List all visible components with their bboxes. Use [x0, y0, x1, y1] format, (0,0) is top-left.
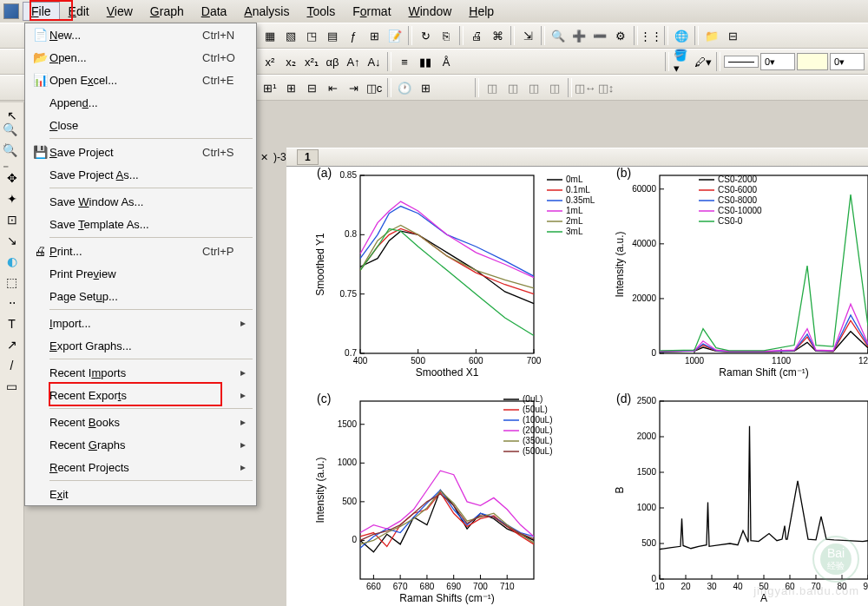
tb-excel-icon[interactable]: ▧ [281, 26, 300, 45]
menu-help[interactable]: Help [460, 2, 503, 21]
tb-group3-icon[interactable]: ◫ [524, 78, 543, 97]
tb-font-dec-icon[interactable]: A↓ [365, 52, 384, 71]
tb-supsub-icon[interactable]: x²₁ [302, 52, 321, 71]
tb-slider-icon[interactable]: ⋮⋮ [641, 26, 661, 45]
menu-analysis[interactable]: Analysis [235, 2, 298, 21]
dd-append[interactable]: Append... [25, 91, 256, 114]
tb-4panel-a-icon[interactable]: ⊞ [281, 78, 300, 97]
tb-func-icon[interactable]: ƒ [344, 26, 363, 45]
tb-addcol-icon[interactable]: ⊞¹ [260, 78, 279, 97]
tb-merge-right-icon[interactable]: ⇥ [344, 78, 363, 97]
lt-reader-icon[interactable]: ✦ [3, 189, 22, 208]
dd-save-project[interactable]: 💾Save ProjectCtrl+S [25, 141, 256, 163]
tb-merge-left-icon[interactable]: ⇤ [323, 78, 342, 97]
tb-notes-icon[interactable]: 📝 [385, 26, 404, 45]
lt-pan-icon[interactable]: ✥ [3, 168, 22, 188]
tb-script-icon[interactable]: ⌘ [488, 26, 507, 45]
dd-import[interactable]: Import...▸ [25, 312, 256, 334]
dd-save-project-as[interactable]: Save Project As... [25, 163, 256, 186]
dd-recent-imports[interactable]: Recent Imports▸ [25, 361, 256, 384]
menu-format[interactable]: Format [344, 2, 399, 21]
tb-matrix-icon[interactable]: ▤ [323, 26, 342, 45]
tb-rescale-icon[interactable]: ⇲ [518, 26, 537, 45]
lt-cursor-icon[interactable]: ↘ [3, 231, 22, 250]
menu-file[interactable]: File [23, 2, 60, 21]
tb-group1-icon[interactable]: ◫ [483, 78, 502, 97]
svg-text:Raman Shift (cm⁻¹): Raman Shift (cm⁻¹) [719, 366, 808, 379]
dd-save-template-as[interactable]: Save Template As... [25, 213, 256, 235]
tb-explorer-icon[interactable]: ⊟ [723, 26, 742, 45]
dd-page-setup[interactable]: Page Setup... [25, 285, 256, 307]
tb-fill-style[interactable] [797, 53, 828, 70]
tb-print-icon[interactable]: 🖨 [467, 26, 486, 45]
dd-recent-projects[interactable]: Recent Projects▸ [25, 456, 256, 478]
menu-bar: File Edit View Graph Data Analysis Tools… [0, 0, 868, 23]
tb-line-style[interactable] [724, 56, 759, 68]
tb-sup-icon[interactable]: x² [260, 52, 279, 71]
tb-extract-icon[interactable]: ◫c [365, 78, 384, 97]
lt-draw-icon[interactable]: ⋅⋅ [3, 293, 22, 313]
tb-greek-icon[interactable]: αβ [323, 52, 342, 71]
tb-add-icon[interactable]: ➕ [569, 26, 589, 45]
lt-mask-icon[interactable]: ◐ [3, 252, 22, 271]
graph-close-icon[interactable]: ✕ [260, 152, 268, 163]
menu-tools[interactable]: Tools [298, 2, 344, 21]
dd-new[interactable]: 📄New...Ctrl+N [25, 23, 256, 46]
lt-arrow-icon[interactable]: ↗ [3, 335, 22, 354]
svg-text:Intensity (a.u.): Intensity (a.u.) [614, 231, 626, 297]
tb-refresh-icon[interactable]: ↻ [416, 26, 435, 45]
tb-bucket-icon[interactable]: 🪣▾ [673, 52, 692, 71]
lt-rect-icon[interactable]: ▭ [3, 377, 22, 396]
dd-close[interactable]: Close [25, 114, 256, 136]
tb-sub-icon[interactable]: x₂ [281, 52, 300, 71]
menu-edit[interactable]: Edit [60, 2, 98, 21]
lt-data-icon[interactable]: ⊡ [3, 210, 22, 229]
lt-text-icon[interactable]: T [3, 314, 22, 333]
svg-text:1mL: 1mL [566, 206, 583, 215]
tb-folder-icon[interactable]: 📁 [702, 26, 721, 45]
menu-graph[interactable]: Graph [141, 2, 193, 21]
dd-open-excel[interactable]: 📊Open Excel...Ctrl+E [25, 69, 256, 91]
tb-globe-icon[interactable]: 🌐 [672, 26, 691, 45]
svg-rect-60 [360, 401, 534, 579]
dd-save-window-as[interactable]: Save Window As... [25, 190, 256, 213]
tb-fill-val[interactable]: 0 ▾ [830, 53, 865, 70]
menu-data[interactable]: Data [193, 2, 236, 21]
dd-open[interactable]: 📂Open...Ctrl+O [25, 46, 256, 69]
tb-code-icon[interactable]: ⚙ [611, 26, 630, 45]
tb-font-inc-icon[interactable]: A↑ [344, 52, 363, 71]
dd-export-graphs[interactable]: Export Graphs... [25, 334, 256, 357]
graph-tab-1[interactable]: 1 [297, 149, 319, 165]
svg-rect-96 [660, 401, 868, 579]
lt-line-icon[interactable]: / [3, 356, 22, 375]
dd-recent-books[interactable]: Recent Books▸ [25, 411, 256, 433]
tb-group4-icon[interactable]: ◫ [545, 78, 564, 97]
dd-print-preview[interactable]: Print Preview [25, 262, 256, 285]
tb-workbook-icon[interactable]: ▦ [260, 26, 279, 45]
tb-zoom-icon[interactable]: 🔍 [549, 26, 568, 45]
dd-print[interactable]: 🖨Print...Ctrl+P [25, 240, 256, 262]
tb-grid-icon[interactable]: ⊞ [416, 78, 435, 97]
lt-zoom-out-icon[interactable]: 🔍₋ [3, 148, 22, 167]
tb-group2-icon[interactable]: ◫ [503, 78, 523, 97]
tb-layout-icon[interactable]: ⊞ [365, 26, 384, 45]
tb-group6-icon[interactable]: ◫↕ [596, 78, 615, 97]
tb-graph-icon[interactable]: ◳ [302, 26, 321, 45]
tb-dup-icon[interactable]: ⎘ [437, 26, 456, 45]
lt-region-icon[interactable]: ⬚ [3, 273, 22, 292]
dd-recent-exports[interactable]: Recent Exports▸ [25, 384, 256, 406]
menu-window[interactable]: Window [400, 2, 461, 21]
tb-pen-icon[interactable]: 🖊▾ [694, 52, 713, 71]
svg-text:CS0-6000: CS0-6000 [718, 185, 757, 194]
tb-remove-icon[interactable]: ➖ [590, 26, 609, 45]
tb-symbol-icon[interactable]: Å [437, 52, 456, 71]
dd-exit[interactable]: Exit [25, 483, 256, 505]
dd-recent-graphs[interactable]: Recent Graphs▸ [25, 433, 256, 456]
menu-view[interactable]: View [98, 2, 141, 21]
tb-group5-icon[interactable]: ◫↔ [575, 78, 595, 97]
tb-align-icon[interactable]: ≡ [395, 52, 414, 71]
tb-bars-icon[interactable]: ▮▮ [416, 52, 435, 71]
tb-clock-icon[interactable]: 🕐 [395, 78, 414, 97]
tb-4panel-b-icon[interactable]: ⊟ [302, 78, 321, 97]
tb-line-width[interactable]: 0 ▾ [760, 53, 795, 70]
